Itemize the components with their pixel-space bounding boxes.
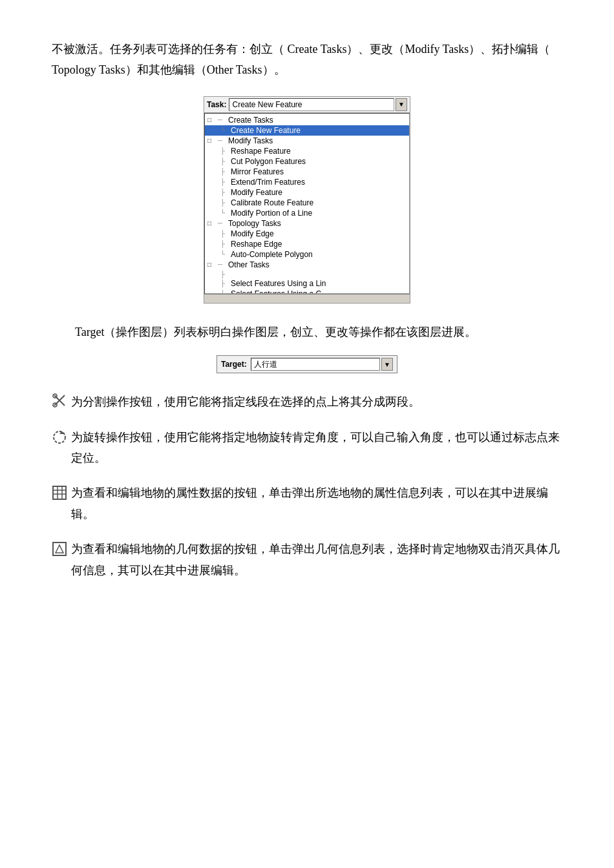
tree-item-label: Create Tasks [228, 116, 273, 125]
connector: ├ [220, 189, 231, 196]
tree-item-extend-trim[interactable]: ├ Extend/Trim Features [205, 177, 409, 187]
connector: ├ [220, 147, 231, 154]
tree-item-label: Other Tasks [228, 260, 270, 269]
connector: ├ [220, 178, 231, 185]
paragraph-1: 不被激活。任务列表可选择的任务有：创立（ Create Tasks）、更改（Mo… [52, 39, 562, 81]
tree-item-select-features-c[interactable]: └ Select Features Using a C [205, 289, 409, 294]
tree-item-label: Reshape Feature [231, 147, 291, 156]
tree-item-mirror-features[interactable]: ├ Mirror Features [205, 167, 409, 177]
icon-paragraph-geom-para: 为查看和编辑地物的几何数据的按钮，单击弹出几何信息列表，选择时肯定地物双击消灭具… [52, 539, 562, 581]
target-value: 人行道 [251, 358, 380, 371]
tree-item-label: Calibrate Route Feature [231, 198, 313, 207]
svg-marker-12 [56, 545, 63, 553]
target-dropdown-arrow[interactable]: ▼ [381, 358, 393, 371]
connector: ├ [220, 158, 231, 165]
icon-para-text: 为查看和编辑地物的属性数据的按钮，单击弹出所选地物的属性信息列表，可以在其中进展… [71, 482, 562, 524]
connector: ─ [218, 261, 228, 268]
tree-item-label: Cut Polygon Features [231, 157, 306, 166]
tree-item-label: Modify Feature [231, 188, 282, 197]
tree-item-modify-portion[interactable]: └ Modify Portion of a Line [205, 208, 409, 218]
connector: └ [220, 209, 231, 216]
tree-item-none[interactable]: ├ [205, 270, 409, 278]
task-dropdown-header: Task: Create New Feature ▼ [204, 97, 410, 113]
tree-item-label: Modify Portion of a Line [231, 209, 312, 218]
tree-item-create-tasks-group[interactable]: □─Create Tasks [205, 115, 409, 125]
tree-item-auto-complete[interactable]: └ Auto-Complete Polygon [205, 249, 409, 260]
connector: ├ [220, 199, 231, 206]
task-value-box: Create New Feature [229, 98, 394, 111]
target-container: Target: 人行道 ▼ [52, 355, 562, 373]
task-dropdown-arrow[interactable]: ▼ [396, 98, 407, 111]
connector: ─ [218, 116, 228, 123]
expander-icon: □ [207, 220, 218, 227]
icon-paragraph-split-para: 为分割操作按钮，使用它能将指定线段在选择的点上将其分成两段。 [52, 391, 562, 412]
tree-item-reshape-feature[interactable]: ├ Reshape Feature [205, 146, 409, 156]
table-icon [52, 485, 67, 507]
tree-item-other-tasks-group[interactable]: □─Other Tasks [205, 260, 409, 270]
tree-item-label: Create New Feature [231, 126, 301, 135]
connector: ├ [220, 280, 231, 287]
tree-item-cut-polygon[interactable]: ├ Cut Polygon Features [205, 156, 409, 167]
tree-item-modify-feature[interactable]: ├ Modify Feature [205, 187, 409, 198]
expander-icon: □ [207, 261, 218, 268]
connector: ─ [218, 220, 228, 227]
icon-paragraph-table-para: 为查看和编辑地物的属性数据的按钮，单击弹出所选地物的属性信息列表，可以在其中进展… [52, 482, 562, 524]
connector: └ [220, 251, 231, 258]
task-tree: □─Create Tasks└ Create New Feature□─Modi… [204, 113, 410, 294]
connector: ─ [218, 137, 228, 144]
task-tree-scrollbar[interactable] [204, 294, 410, 303]
connector: ├ [220, 240, 231, 247]
tree-item-label: Select Features Using a C [231, 289, 321, 294]
connector: ├ [220, 230, 231, 237]
rotate-icon [52, 429, 67, 445]
task-dropdown-container: Task: Create New Feature ▼ □─Create Task… [52, 96, 562, 304]
icon-para-text: 为分割操作按钮，使用它能将指定线段在选择的点上将其分成两段。 [71, 391, 420, 412]
target-label: Target: [221, 360, 247, 369]
expander-icon: □ [207, 116, 218, 123]
paragraph-2: Target（操作图层）列表标明白操作图层，创立、更改等操作都在该图层进展。 [52, 322, 562, 342]
connector: └ [220, 127, 231, 134]
tree-item-label: Mirror Features [231, 167, 284, 176]
target-widget[interactable]: Target: 人行道 ▼ [217, 355, 397, 373]
connector: ├ [220, 168, 231, 175]
tree-item-label: Reshape Edge [231, 240, 282, 249]
connector: ├ [220, 271, 231, 278]
tree-item-calibrate-route[interactable]: ├ Calibrate Route Feature [205, 198, 409, 208]
expander-icon: □ [207, 137, 218, 144]
scissors-icon [52, 393, 67, 408]
tree-item-label: Select Features Using a Lin [231, 279, 326, 288]
icon-paragraph-rotate-para: 为旋转操作按钮，使用它能将指定地物旋转肯定角度，可以自己输入角度，也可以通过标志… [52, 427, 562, 469]
tree-item-label: Auto-Complete Polygon [231, 250, 313, 259]
tree-item-create-new-feature[interactable]: └ Create New Feature [205, 125, 409, 136]
tree-item-topology-tasks-group[interactable]: □─Topology Tasks [205, 218, 409, 229]
tree-item-select-features-line[interactable]: ├ Select Features Using a Lin [205, 278, 409, 289]
tree-item-modify-edge[interactable]: ├ Modify Edge [205, 229, 409, 239]
icon-para-text: 为查看和编辑地物的几何数据的按钮，单击弹出几何信息列表，选择时肯定地物双击消灭具… [71, 539, 562, 581]
tree-item-label: Modify Tasks [228, 136, 273, 145]
tree-item-reshape-edge[interactable]: ├ Reshape Edge [205, 239, 409, 249]
tree-item-label: Modify Edge [231, 229, 274, 238]
geometry-icon [52, 541, 67, 563]
task-dropdown-widget[interactable]: Task: Create New Feature ▼ □─Create Task… [204, 96, 410, 304]
tree-item-label: Extend/Trim Features [231, 178, 305, 187]
tree-item-label: Topology Tasks [228, 219, 281, 228]
icon-para-text: 为旋转操作按钮，使用它能将指定地物旋转肯定角度，可以自己输入角度，也可以通过标志… [71, 427, 562, 469]
svg-rect-6 [53, 486, 66, 499]
tree-item-modify-tasks-group[interactable]: □─Modify Tasks [205, 136, 409, 146]
task-label: Task: [207, 100, 226, 109]
